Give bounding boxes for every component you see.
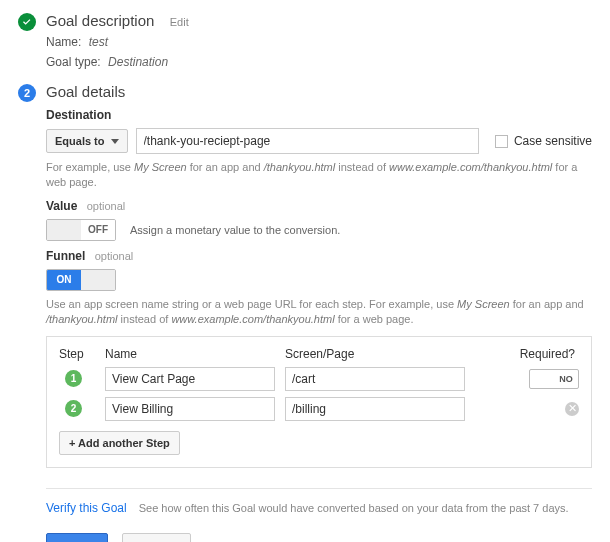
- funnel-steps-box: Step Name Screen/Page Required? 1 NO 2 ✕: [46, 336, 592, 468]
- col-required: Required?: [475, 347, 579, 361]
- goal-type-row: Goal type: Destination: [46, 55, 592, 69]
- separator: [46, 488, 592, 489]
- goal-type-value: Destination: [108, 55, 168, 69]
- required-toggle-knob: [530, 370, 554, 388]
- case-sensitive-label: Case sensitive: [514, 134, 592, 148]
- step-name-input[interactable]: [105, 397, 275, 421]
- goal-details-title: Goal details: [46, 83, 592, 100]
- goal-name-value: test: [89, 35, 108, 49]
- verify-row: Verify this Goal See how often this Goal…: [46, 501, 592, 515]
- destination-url-input[interactable]: [136, 128, 479, 154]
- required-toggle-state: NO: [554, 370, 578, 388]
- destination-row: Equals to Case sensitive: [46, 128, 592, 154]
- required-toggle[interactable]: NO: [529, 369, 579, 389]
- verify-help: See how often this Goal would have conve…: [139, 502, 569, 514]
- funnel-toggle-row: ON: [46, 269, 592, 291]
- value-toggle-state: OFF: [81, 220, 115, 240]
- step-screen-input[interactable]: [285, 397, 465, 421]
- goal-details-section: 2 Goal details Destination Equals to Cas…: [18, 83, 592, 542]
- case-sensitive-option[interactable]: Case sensitive: [495, 134, 592, 148]
- step-screen-input[interactable]: [285, 367, 465, 391]
- funnel-columns: Step Name Screen/Page Required?: [59, 347, 579, 361]
- goal-description-title: Goal description: [46, 12, 154, 29]
- value-heading: Value optional: [46, 199, 592, 213]
- actions-row: Save Cancel: [46, 533, 592, 542]
- add-step-button[interactable]: + Add another Step: [59, 431, 180, 455]
- funnel-toggle-state: ON: [47, 270, 81, 290]
- funnel-toggle[interactable]: ON: [46, 269, 116, 291]
- funnel-help: Use an app screen name string or a web p…: [46, 297, 592, 328]
- goal-name-row: Name: test: [46, 35, 592, 49]
- destination-help: For example, use My Screen for an app an…: [46, 160, 592, 191]
- step-badge-1: 1: [65, 370, 82, 387]
- goal-type-label: Goal type:: [46, 55, 101, 69]
- col-step: Step: [59, 347, 95, 361]
- goal-name-label: Name:: [46, 35, 81, 49]
- goal-description-section: Goal description Edit Name: test Goal ty…: [18, 12, 592, 69]
- cancel-button[interactable]: Cancel: [122, 533, 191, 542]
- verify-goal-link[interactable]: Verify this Goal: [46, 501, 127, 515]
- step-name-input[interactable]: [105, 367, 275, 391]
- check-icon: [18, 13, 36, 31]
- match-type-dropdown[interactable]: Equals to: [46, 129, 128, 153]
- value-optional: optional: [87, 200, 126, 212]
- chevron-down-icon: [111, 139, 119, 144]
- value-row: OFF Assign a monetary value to the conve…: [46, 219, 592, 241]
- edit-link[interactable]: Edit: [170, 16, 189, 28]
- save-button[interactable]: Save: [46, 533, 108, 542]
- delete-step-icon[interactable]: ✕: [565, 402, 579, 416]
- destination-heading: Destination: [46, 108, 592, 122]
- funnel-optional: optional: [95, 250, 134, 262]
- col-name: Name: [105, 347, 275, 361]
- funnel-heading: Funnel optional: [46, 249, 592, 263]
- value-toggle-knob: [47, 220, 81, 240]
- case-sensitive-checkbox[interactable]: [495, 135, 508, 148]
- step-badge-2: 2: [65, 400, 82, 417]
- col-screen: Screen/Page: [285, 347, 465, 361]
- funnel-toggle-knob: [81, 270, 115, 290]
- value-desc: Assign a monetary value to the conversio…: [130, 224, 340, 236]
- funnel-step-row: 1 NO: [59, 367, 579, 391]
- match-type-label: Equals to: [55, 135, 105, 147]
- funnel-step-row: 2 ✕: [59, 397, 579, 421]
- value-toggle[interactable]: OFF: [46, 219, 116, 241]
- step-2-badge: 2: [18, 84, 36, 102]
